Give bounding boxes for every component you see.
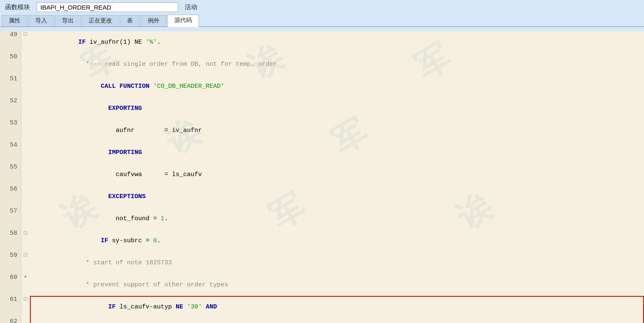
separator bbox=[0, 27, 644, 31]
header-bar: 函数模块 活动 bbox=[0, 0, 644, 15]
line-code: IF iv_aufnr(1) NE '%'. bbox=[30, 31, 644, 53]
tab-exceptions[interactable]: 例外 bbox=[141, 15, 167, 26]
line-number: 54 bbox=[0, 142, 21, 164]
line-code: *--- read single order from DB, not for … bbox=[30, 53, 644, 75]
line-code: IF ls_caufv-autyp NE '30' AND bbox=[30, 296, 644, 318]
line-number: 56 bbox=[0, 186, 21, 208]
tab-source[interactable]: 源代码 bbox=[167, 15, 199, 27]
table-row: 56 EXCEPTIONS bbox=[0, 186, 644, 208]
table-row: 57 not_found = 1. bbox=[0, 208, 644, 230]
table-row: 55 caufvwa = ls_caufv bbox=[0, 164, 644, 186]
line-number: 50 bbox=[0, 53, 21, 75]
line-marker bbox=[21, 318, 30, 323]
line-marker: + bbox=[21, 274, 30, 296]
line-code: aufnr = iv_aufnr bbox=[30, 119, 644, 142]
table-row: 62 NOT ls_caufv-autyp IS INITIAL. bbox=[0, 318, 644, 323]
main-layout: 函数模块 活动 属性 导入 导出 正在更改 表 例外 源代码 军 诶 军 诶 军… bbox=[0, 0, 644, 323]
line-marker bbox=[21, 186, 30, 208]
line-number: 51 bbox=[0, 75, 21, 97]
line-code: * start of note 1825733 bbox=[30, 252, 644, 274]
tab-changing[interactable]: 正在更改 bbox=[82, 15, 119, 26]
module-label: 函数模块 bbox=[5, 3, 30, 11]
line-number: 62 bbox=[0, 318, 21, 323]
table-row: 51 CALL FUNCTION 'CO_DB_HEADER_READ' bbox=[0, 75, 644, 97]
line-marker bbox=[21, 142, 30, 164]
line-marker bbox=[21, 97, 30, 119]
line-code: EXPORTING bbox=[30, 97, 644, 119]
line-code: CALL FUNCTION 'CO_DB_HEADER_READ' bbox=[30, 75, 644, 97]
line-marker bbox=[21, 119, 30, 142]
line-marker: □ bbox=[21, 230, 30, 252]
table-row: 50 *--- read single order from DB, not f… bbox=[0, 53, 644, 75]
tab-import[interactable]: 导入 bbox=[28, 15, 54, 26]
line-marker bbox=[21, 208, 30, 230]
highlighted-code-table: 61 □ IF ls_caufv-autyp NE '30' AND 62 NO… bbox=[0, 296, 644, 323]
line-marker bbox=[21, 53, 30, 75]
table-row: 54 IMPORTING bbox=[0, 142, 644, 164]
tab-tables[interactable]: 表 bbox=[120, 15, 140, 26]
line-number: 55 bbox=[0, 164, 21, 186]
line-number: 53 bbox=[0, 119, 21, 142]
line-number: 49 bbox=[0, 31, 21, 53]
line-number: 59 bbox=[0, 252, 21, 274]
line-code: caufvwa = ls_caufv bbox=[30, 164, 644, 186]
line-marker bbox=[21, 164, 30, 186]
line-code: * prevent support of other order types bbox=[30, 274, 644, 296]
line-number: 60 bbox=[0, 274, 21, 296]
line-code: EXCEPTIONS bbox=[30, 186, 644, 208]
table-row: 59 □ * start of note 1825733 bbox=[0, 252, 644, 274]
line-code: IMPORTING bbox=[30, 142, 644, 164]
table-row: 58 □ IF sy-subrc = 0. bbox=[0, 230, 644, 252]
line-code: NOT ls_caufv-autyp IS INITIAL. bbox=[30, 318, 644, 323]
status-label: 活动 bbox=[185, 3, 197, 11]
line-marker bbox=[21, 75, 30, 97]
line-number: 57 bbox=[0, 208, 21, 230]
table-row: 53 aufnr = iv_aufnr bbox=[0, 119, 644, 142]
table-row: 61 □ IF ls_caufv-autyp NE '30' AND bbox=[0, 296, 644, 318]
table-row: 60 + * prevent support of other order ty… bbox=[0, 274, 644, 296]
line-marker: □ bbox=[21, 252, 30, 274]
tab-properties[interactable]: 属性 bbox=[2, 15, 27, 26]
highlighted-section: 61 □ IF ls_caufv-autyp NE '30' AND 62 NO… bbox=[0, 296, 644, 323]
tab-bar: 属性 导入 导出 正在更改 表 例外 源代码 bbox=[0, 15, 644, 27]
code-area[interactable]: 军 诶 军 诶 军 诶 军 诶 49 □ IF iv_aufnr(1) NE '… bbox=[0, 31, 644, 323]
line-marker: □ bbox=[21, 31, 30, 53]
table-row: 52 EXPORTING bbox=[0, 97, 644, 119]
line-number: 52 bbox=[0, 97, 21, 119]
line-code: not_found = 1. bbox=[30, 208, 644, 230]
line-number: 61 bbox=[0, 296, 21, 318]
code-table: 49 □ IF iv_aufnr(1) NE '%'. 50 *--- read… bbox=[0, 31, 644, 296]
line-marker: □ bbox=[21, 296, 30, 318]
line-code: IF sy-subrc = 0. bbox=[30, 230, 644, 252]
module-name-input[interactable] bbox=[37, 2, 178, 12]
table-row: 49 □ IF iv_aufnr(1) NE '%'. bbox=[0, 31, 644, 53]
tab-export[interactable]: 导出 bbox=[55, 15, 81, 26]
line-number: 58 bbox=[0, 230, 21, 252]
